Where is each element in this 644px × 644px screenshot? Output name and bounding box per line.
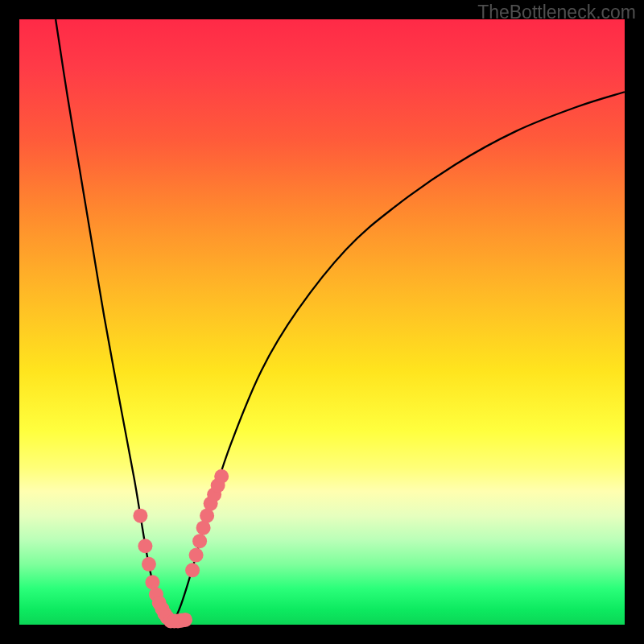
curve-left-branch xyxy=(56,19,171,621)
chart-frame: TheBottleneck.com xyxy=(0,0,644,644)
watermark-text: TheBottleneck.com xyxy=(477,2,636,23)
data-marker xyxy=(133,509,147,523)
data-marker xyxy=(142,557,156,572)
curve-right-branch xyxy=(171,92,625,621)
chart-svg xyxy=(19,19,625,625)
data-marker xyxy=(138,539,152,553)
curve-layer xyxy=(56,19,625,621)
data-marker xyxy=(214,469,229,484)
data-marker xyxy=(192,534,207,548)
data-marker xyxy=(178,613,192,627)
data-marker xyxy=(189,548,204,563)
data-marker xyxy=(185,563,200,577)
